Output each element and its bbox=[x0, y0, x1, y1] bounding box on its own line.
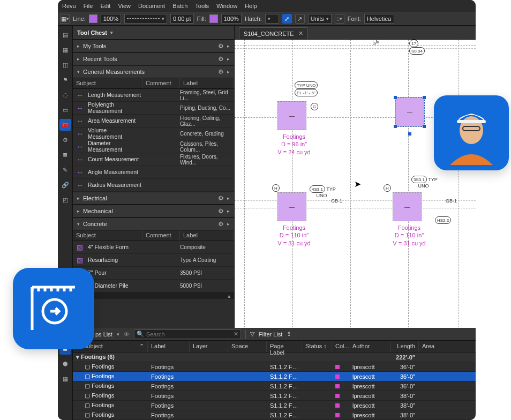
markup-row[interactable]: ▢ Footings Footings S1.1.2 FOUN... lpres… bbox=[73, 372, 476, 381]
autosize-icon[interactable]: ⤢ bbox=[282, 14, 292, 24]
document-tab-bar: S104_CONCRETE ✕ bbox=[235, 26, 476, 40]
tool-row[interactable]: ▧ResurfacingType A Coating bbox=[73, 254, 234, 267]
tool-row[interactable]: ↔Polylength MeasurementPiping, Ducting, … bbox=[73, 102, 234, 115]
callout-h2-bubble: H bbox=[384, 184, 391, 192]
footing-marker[interactable]: FootingsD = 110 in"V = 31 cu yd bbox=[393, 192, 422, 221]
section-mechanical[interactable]: ▸Mechanical ⚙▸ bbox=[73, 205, 234, 218]
section-general-measurements[interactable]: ▾General Measurements ⚙▸ bbox=[73, 65, 234, 78]
grid-header: ▦ Subject ⌃ Label Layer Space Page Label… bbox=[73, 341, 476, 352]
search-icon[interactable]: ◌ bbox=[59, 89, 71, 101]
line-width-select[interactable]: 0.00 pt bbox=[170, 14, 194, 24]
properties-icon[interactable]: ⚑ bbox=[59, 74, 71, 86]
markup-row[interactable]: ▢ Footings Footings S1.1.2 FOUN... lpres… bbox=[73, 401, 476, 410]
markup-row[interactable]: ▢ Footings Footings S1.1.2 FOUN... lpres… bbox=[73, 362, 476, 372]
tool-chest-icon[interactable]: 🧰 bbox=[59, 119, 71, 131]
menu-tools[interactable]: Tools bbox=[195, 3, 209, 9]
panel-title: Tool Chest bbox=[77, 29, 107, 36]
panel-header: Tool Chest ▾ bbox=[73, 26, 234, 40]
fill-label: Fill: bbox=[197, 16, 206, 22]
footing-marker[interactable]: FootingsD = 110 in"V = 31 cu yd bbox=[277, 192, 306, 221]
tool-row[interactable]: ↔Radius Measurement bbox=[73, 179, 234, 192]
font-select[interactable]: Helvetica bbox=[364, 14, 394, 24]
search-input[interactable] bbox=[146, 331, 231, 338]
menu-batch[interactable]: Batch bbox=[172, 3, 187, 9]
gear-icon[interactable]: ⚙ bbox=[218, 68, 224, 76]
tool-row[interactable]: ↔Diameter MeasurementCaissons, Piles, Co… bbox=[73, 140, 234, 153]
panel-menu-icon[interactable]: ▾ bbox=[110, 30, 113, 35]
tool-row[interactable]: ↔Angle Measurement bbox=[73, 166, 234, 179]
markup-row[interactable]: ▢ Footings Footings S1.1.2 FOUN... lpres… bbox=[73, 410, 476, 420]
gear-icon[interactable]: ⚙ bbox=[218, 55, 224, 63]
markup-row[interactable]: ▢ Footings Footings S1.1.2 FOUN... lpres… bbox=[73, 391, 476, 401]
app-window: Revu File Edit View Document Batch Tools… bbox=[58, 0, 476, 343]
fill-opacity-select[interactable]: 100% bbox=[221, 14, 242, 24]
file-access-icon[interactable]: ▤ bbox=[59, 29, 71, 41]
footing-marker[interactable] bbox=[395, 98, 424, 126]
menu-revu[interactable]: Revu bbox=[62, 3, 76, 9]
layers-icon[interactable]: ≣ bbox=[59, 149, 71, 161]
footing-marker[interactable]: FootingsD = 96 in"V = 24 cu yd bbox=[277, 101, 306, 130]
hatch-select[interactable]: ▾ bbox=[265, 14, 279, 24]
menu-file[interactable]: File bbox=[84, 3, 93, 9]
callout-typ-uno: TYP UNO EL -1' - 6" bbox=[295, 81, 318, 96]
hatch-label: Hatch: bbox=[245, 16, 262, 22]
scroll-indicator[interactable]: ▴ bbox=[73, 292, 234, 299]
section-recent-tools[interactable]: ▸Recent Tools ⚙▸ bbox=[73, 52, 234, 65]
tool-row[interactable]: ↔Count MeasurementFixtures, Doors, Wind.… bbox=[73, 153, 234, 166]
visibility-icon[interactable]: 👁 bbox=[124, 331, 130, 338]
tool-row[interactable]: ↔Length MeasurementFraming, Steel, Grid … bbox=[73, 89, 234, 102]
menu-window[interactable]: Window bbox=[216, 3, 237, 9]
links-icon[interactable]: 🔗 bbox=[59, 179, 71, 191]
gear-icon[interactable]: ⚙ bbox=[218, 220, 224, 228]
callout-s004: 17S0.04 bbox=[409, 40, 425, 55]
spaces-icon[interactable]: ◰ bbox=[59, 194, 71, 206]
close-icon[interactable]: ✕ bbox=[298, 30, 303, 37]
filter-icon[interactable]: ▽ bbox=[250, 331, 254, 338]
gear-icon[interactable]: ⚙ bbox=[59, 134, 71, 146]
export-icon[interactable]: ⇪ bbox=[287, 331, 291, 338]
fill-color-swatch[interactable] bbox=[209, 14, 218, 23]
menu-view[interactable]: View bbox=[118, 3, 131, 9]
clear-search-icon[interactable]: ✕ bbox=[234, 331, 238, 338]
svg-rect-3 bbox=[457, 120, 486, 123]
cursor-icon: ➤ bbox=[354, 179, 361, 189]
gear-icon[interactable]: ⚙ bbox=[218, 207, 224, 215]
callout-6sog: 6" SOG bbox=[375, 40, 380, 43]
line-opacity-select[interactable]: 100% bbox=[101, 14, 121, 24]
menu-document[interactable]: Document bbox=[138, 3, 165, 9]
search-box[interactable]: 🔍 ✕ bbox=[134, 329, 241, 339]
units-select[interactable]: Units▾ bbox=[308, 14, 332, 24]
section-concrete[interactable]: ▾Concrete ⚙▸ bbox=[73, 218, 234, 230]
list-panel-tabs: ≣ ⬢ ▦ bbox=[58, 341, 73, 420]
line-color-swatch[interactable] bbox=[89, 14, 97, 23]
calibrate-icon[interactable]: ↗ bbox=[295, 14, 305, 24]
tool-row[interactable]: ▧7" Pour3500 PSI bbox=[73, 267, 234, 280]
measure-tab-icon[interactable]: ▦ bbox=[59, 373, 71, 385]
list-toolbar: ps List ▾ 👁 🔍 ✕ ▽ Filter List ⇪ bbox=[58, 328, 476, 341]
gear-icon[interactable]: ⚙ bbox=[218, 42, 224, 50]
document-viewport[interactable]: TYP UNO EL -1' - 6" G 5" SOG 6" SOG 17S0… bbox=[235, 40, 476, 330]
callout-gb1-2: GB-1 bbox=[446, 198, 457, 204]
section-my-tools[interactable]: ▸My Tools ⚙▸ bbox=[73, 40, 234, 52]
forms-icon[interactable]: ▭ bbox=[59, 104, 71, 116]
filter-label[interactable]: Filter List bbox=[259, 331, 283, 338]
align-icon[interactable]: ≡▾ bbox=[335, 14, 344, 24]
markup-row[interactable]: ▢ Footings Footings S1.1.2 FOUN... lpres… bbox=[73, 381, 476, 391]
tool-row[interactable]: ↔Area MeasurementFlooring, Ceiling, Glaz… bbox=[73, 115, 234, 128]
thumbnails-icon[interactable]: ▦ bbox=[59, 44, 71, 56]
markups-grid[interactable]: ▦ Subject ⌃ Label Layer Space Page Label… bbox=[73, 341, 476, 420]
section-electrical[interactable]: ▸Electrical ⚙▸ bbox=[73, 192, 234, 205]
line-style-select[interactable]: ▾ bbox=[124, 14, 167, 24]
tool-row[interactable]: ↔Volume MeasurementConcrete, Grading bbox=[73, 128, 234, 140]
signatures-icon[interactable]: ✎ bbox=[59, 164, 71, 176]
doc-tab-s104-concrete[interactable]: S104_CONCRETE ✕ bbox=[239, 27, 308, 39]
tool-row[interactable]: ▧8" Diameter Pile5000 PSI bbox=[73, 280, 234, 292]
session-icon[interactable]: ▦▾ bbox=[60, 14, 70, 24]
tool-row[interactable]: ▧4" Flexible FormComposite bbox=[73, 241, 234, 254]
three-d-icon[interactable]: ⬢ bbox=[59, 358, 71, 370]
user-avatar bbox=[434, 95, 509, 170]
menu-edit[interactable]: Edit bbox=[100, 3, 110, 9]
bookmarks-icon[interactable]: ◫ bbox=[59, 59, 71, 71]
gear-icon[interactable]: ⚙ bbox=[218, 194, 224, 202]
menu-help[interactable]: Help bbox=[245, 3, 257, 9]
